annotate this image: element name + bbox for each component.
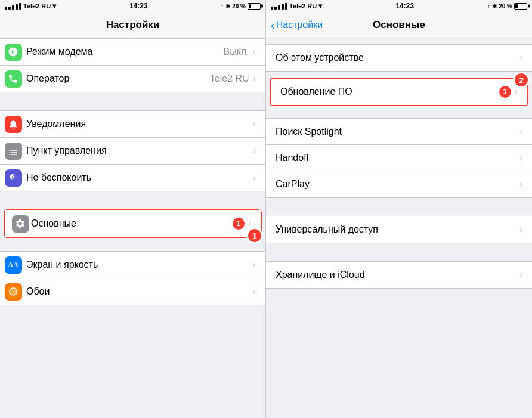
list-item-wallpaper[interactable]: Обои › — [0, 278, 265, 305]
list-item-update[interactable]: Обновление ПО 1 › — [271, 79, 527, 105]
right-bluetooth-icon: ✱ — [492, 3, 497, 10]
signal-icon — [5, 3, 21, 10]
update-label: Обновление ПО — [280, 79, 499, 104]
right-status-right: ↑ ✱ 20 % — [487, 3, 527, 10]
storage-chevron: › — [519, 270, 522, 280]
dnd-label: Не беспокоить — [26, 165, 253, 190]
operator-chevron: › — [253, 73, 256, 84]
right-section-4: Универсальный доступ › — [266, 216, 532, 243]
right-signal-icon — [271, 3, 287, 10]
dnd-chevron: › — [253, 172, 256, 183]
left-section-1: Режим модема Выкл. › Оператор Tele2 RU › — [0, 38, 265, 92]
control-center-chevron: › — [253, 145, 256, 156]
list-item-modem[interactable]: Режим модема Выкл. › — [0, 39, 265, 66]
operator-label: Оператор — [26, 66, 210, 91]
wifi-icon: ▾ — [52, 2, 56, 10]
right-settings-content[interactable]: Об этом устройстве › Обновление ПО 1 › 2… — [266, 38, 532, 418]
right-status-left: Tele2 RU ▾ — [271, 2, 322, 10]
right-gap-4 — [266, 243, 532, 261]
list-item-spotlight[interactable]: Поиск Spotlight › — [266, 119, 532, 145]
list-item-about[interactable]: Об этом устройстве › — [266, 45, 532, 71]
about-chevron: › — [519, 52, 522, 63]
right-gap-3 — [266, 198, 532, 216]
display-icon-wrapper: AA — [0, 252, 26, 278]
battery-icon-right — [514, 3, 527, 10]
back-button[interactable]: ‹ Настройки — [271, 19, 323, 31]
update-chevron: › — [515, 86, 518, 97]
list-item-accessibility[interactable]: Универсальный доступ › — [266, 216, 532, 243]
right-panel: Tele2 RU ▾ 14:23 ↑ ✱ 20 % ‹ Настройки Ос… — [266, 0, 532, 418]
operator-value: Tele2 RU — [210, 73, 249, 84]
storage-label: Хранилище и iCloud — [276, 262, 519, 287]
right-gps-icon: ↑ — [487, 3, 490, 10]
left-nav-bar: Настройки — [0, 12, 265, 38]
right-status-bar: Tele2 RU ▾ 14:23 ↑ ✱ 20 % — [266, 0, 532, 12]
accessibility-chevron: › — [519, 224, 522, 235]
annotation-badge-2: 2 — [513, 72, 530, 88]
operator-icon-wrapper — [0, 66, 26, 92]
accessibility-label: Универсальный доступ — [276, 217, 519, 242]
list-item-osnov[interactable]: Основные 1 › — [5, 210, 261, 237]
wallpaper-icon — [5, 283, 22, 301]
notifications-icon — [5, 116, 22, 133]
carplay-chevron: › — [519, 179, 522, 190]
annotation-badge-1: 1 — [246, 227, 263, 244]
list-item-display[interactable]: AA Экран и яркость › — [0, 252, 265, 278]
left-section-2: Уведомления › Пункт управления › Н — [0, 110, 265, 191]
back-arrow-icon: ‹ — [271, 19, 275, 31]
battery-icon-left — [248, 3, 261, 10]
time-left: 14:23 — [129, 2, 148, 10]
battery-left: 20 % — [232, 3, 246, 10]
list-item-notifications[interactable]: Уведомления › — [0, 111, 265, 138]
list-item-storage[interactable]: Хранилище и iCloud › — [266, 262, 532, 288]
right-gap-2 — [266, 106, 532, 118]
carplay-label: CarPlay — [276, 172, 519, 197]
back-label: Настройки — [276, 20, 323, 30]
notifications-icon-wrapper — [0, 111, 26, 137]
left-section-3-highlighted: Основные 1 › — [4, 209, 262, 238]
left-section-4: AA Экран и яркость › Обои › — [0, 251, 265, 305]
modem-chevron: › — [253, 47, 256, 57]
right-nav-bar: ‹ Настройки Основные — [266, 12, 532, 38]
control-center-icon — [5, 143, 22, 160]
right-wifi-icon: ▾ — [318, 2, 322, 10]
list-item-carplay[interactable]: CarPlay › — [266, 171, 532, 197]
gap-1 — [0, 92, 265, 110]
modem-label: Режим модема — [26, 39, 224, 64]
display-icon: AA — [5, 256, 22, 274]
left-status-bar: Tele2 RU ▾ 14:23 ↑ ✱ 20 % — [0, 0, 265, 12]
list-item-handoff[interactable]: Handoff › — [266, 145, 532, 171]
left-nav-title: Настройки — [106, 19, 160, 31]
right-gap-top — [266, 38, 532, 44]
wallpaper-icon-wrapper — [0, 278, 26, 305]
handoff-label: Handoff — [276, 145, 519, 171]
osnov-icon-wrapper — [5, 210, 31, 237]
list-item-dnd[interactable]: Не беспокоить › — [0, 165, 265, 191]
right-section-3: Поиск Spotlight › Handoff › CarPlay › — [266, 118, 532, 198]
list-item-operator[interactable]: Оператор Tele2 RU › — [0, 66, 265, 92]
update-section-wrapper: Обновление ПО 1 › 2 — [266, 78, 532, 106]
about-label: Об этом устройстве — [276, 45, 519, 70]
gap-3 — [0, 239, 265, 251]
notifications-chevron: › — [253, 119, 256, 129]
bluetooth-icon: ✱ — [225, 3, 230, 10]
osnov-badge: 1 — [233, 218, 245, 230]
carrier-right: Tele2 RU — [289, 2, 317, 10]
gap-2 — [0, 191, 265, 209]
left-settings-content[interactable]: Режим модема Выкл. › Оператор Tele2 RU › — [0, 38, 265, 418]
left-status-left: Tele2 RU ▾ — [5, 2, 56, 10]
osnov-icon — [12, 215, 29, 233]
battery-fill-right — [515, 4, 518, 8]
right-section-1: Об этом устройстве › — [266, 44, 532, 72]
wallpaper-label: Обои — [26, 279, 253, 304]
update-badge: 1 — [499, 86, 511, 98]
osnov-label: Основные — [31, 211, 233, 236]
operator-icon — [5, 70, 22, 88]
handoff-chevron: › — [519, 153, 522, 163]
list-item-control-center[interactable]: Пункт управления › — [0, 138, 265, 165]
right-nav-title-main: Основные — [373, 19, 425, 30]
spotlight-chevron: › — [519, 126, 522, 137]
time-right: 14:23 — [395, 2, 414, 10]
right-gap-1 — [266, 72, 532, 78]
battery-fill-left — [249, 4, 251, 8]
